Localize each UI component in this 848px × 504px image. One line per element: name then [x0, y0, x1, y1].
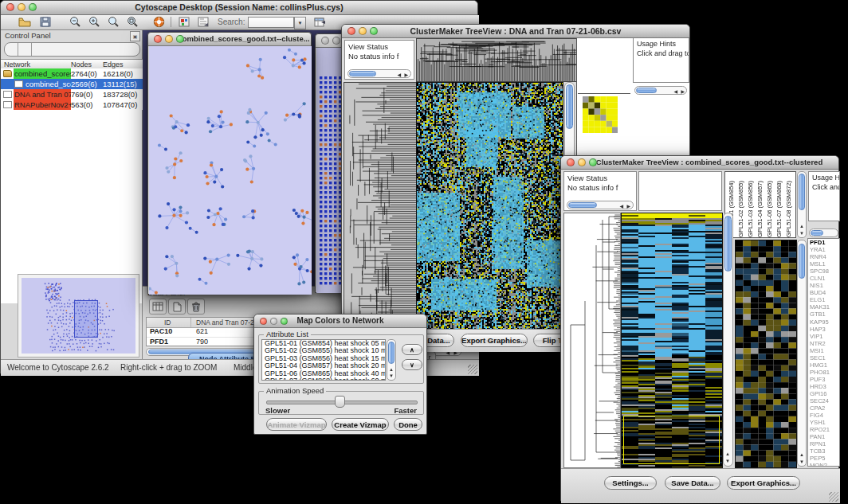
close-button[interactable] [6, 3, 14, 11]
col-network[interactable]: Network [4, 61, 30, 68]
attribute-list-item[interactable]: GPL51-07 (GSM868) heat shock 60 min [262, 377, 385, 381]
tv2-usage-hscrollbar[interactable] [809, 229, 838, 237]
tv2-column-label[interactable]: GPL51-03 (GSM856) [746, 181, 755, 237]
tv1-global-heatmap[interactable] [416, 82, 563, 331]
gene-label[interactable]: FIG4 [808, 412, 839, 419]
gene-label[interactable]: RPN1 [808, 440, 839, 447]
gene-label[interactable]: HAP3 [808, 326, 839, 333]
delete-attribute-icon-button[interactable] [187, 299, 205, 315]
attribute-browser-icon-button[interactable] [312, 15, 328, 29]
col-edges[interactable]: Edges [103, 61, 124, 68]
tv2-save-data-button[interactable]: Save Data... [665, 476, 720, 490]
gene-label[interactable]: RNR4 [808, 253, 839, 260]
gene-label[interactable]: SPC98 [808, 268, 839, 275]
gene-label[interactable]: YSH1 [808, 419, 839, 426]
control-panel-tab[interactable] [18, 43, 32, 56]
close-button[interactable] [321, 37, 329, 45]
float-panel-icon[interactable]: ▣ [130, 31, 140, 41]
tv1-row-dendrogram[interactable] [344, 82, 417, 331]
tv1-status-hscrollbar[interactable]: ◀ ▶ [347, 69, 411, 78]
gene-label[interactable]: HMG1 [808, 361, 839, 369]
vizmap-icon-button[interactable] [176, 15, 192, 29]
close-button[interactable] [347, 27, 355, 35]
help-icon[interactable] [151, 15, 167, 29]
id-column-header[interactable]: ID [164, 318, 171, 326]
network-table-row[interactable]: RNAPuberNov2+| 563(0) 107847(0) [1, 100, 143, 110]
gene-label[interactable]: ELG1 [808, 296, 839, 303]
zoom-fit-button[interactable] [124, 15, 140, 29]
gene-label[interactable]: RPO21 [808, 426, 839, 433]
attribute-list-vscrollbar[interactable]: ▲ ▼ [387, 339, 396, 381]
gene-label[interactable]: MSL1 [808, 260, 839, 268]
minimize-button[interactable] [359, 27, 367, 35]
tv2-export-graphics-button[interactable]: Export Graphics... [727, 476, 800, 490]
network-table-row[interactable]: combined_sco 2569(6) 13112(15) [1, 79, 143, 89]
tv1-column-dendrogram[interactable] [416, 38, 577, 82]
tv2-zoom-heatmap[interactable] [735, 240, 797, 468]
gene-label[interactable]: TCB3 [808, 447, 839, 455]
gene-label[interactable]: CPA2 [808, 404, 839, 412]
control-panel-tab[interactable] [32, 43, 45, 56]
tv2-column-label[interactable]: GPL51-08 (GSM872) [784, 181, 793, 237]
zoom-selected-button[interactable] [105, 15, 121, 29]
zoom-button[interactable] [29, 3, 37, 11]
search-input[interactable] [248, 17, 294, 28]
minimize-button[interactable] [578, 158, 586, 166]
tv2-resize-grip[interactable] [829, 492, 838, 502]
gene-label[interactable]: SEC24 [808, 397, 839, 404]
annotation-icon-button[interactable] [195, 15, 211, 29]
gene-label[interactable]: KAP95 [808, 318, 839, 326]
gene-label[interactable]: GPI16 [808, 390, 839, 397]
tv2-genes-vscrollbar[interactable]: ▲ ▼ [797, 240, 807, 467]
zoom-button[interactable] [589, 158, 597, 166]
zoom-button[interactable] [370, 27, 378, 35]
close-button[interactable] [260, 318, 267, 325]
tv2-settings-button[interactable]: Settings... [604, 476, 657, 490]
attribute-select-icon-button[interactable] [149, 299, 167, 315]
gene-label[interactable]: NIS1 [808, 282, 839, 289]
gene-label[interactable]: PHO81 [808, 369, 839, 376]
tv2-status-hscrollbar[interactable]: ◀ ▶ [567, 201, 634, 209]
zoom-button[interactable] [281, 318, 288, 325]
zoom-out-button[interactable] [67, 15, 83, 29]
move-attribute-down-button[interactable]: ∨ [402, 359, 422, 370]
open-session-button[interactable] [17, 15, 33, 29]
tv1-zoom-heatmap[interactable] [583, 96, 618, 133]
gene-label[interactable]: GTB1 [808, 311, 839, 318]
gene-label[interactable]: PEP5 [808, 455, 839, 462]
col-nodes[interactable]: Nodes [71, 61, 92, 68]
tv2-row-dendrogram[interactable] [563, 213, 621, 468]
animate-vizmap-button[interactable]: Animate Vizmap [266, 418, 327, 431]
minimize-button[interactable] [18, 3, 26, 11]
tv1-usage-hscrollbar[interactable]: ◀ ▶ [634, 86, 687, 95]
gene-label[interactable]: MSI1 [808, 347, 839, 354]
zoom-in-button[interactable] [86, 15, 102, 29]
search-dropdown-button[interactable]: ▼ [294, 17, 306, 29]
save-session-button[interactable] [37, 15, 53, 29]
create-vizmap-button[interactable]: Create Vizmap [332, 418, 389, 431]
minimize-button[interactable] [165, 35, 173, 43]
gene-label[interactable]: SEC1 [808, 354, 839, 361]
control-panel-tab[interactable] [5, 43, 18, 56]
minimize-button[interactable] [270, 318, 277, 325]
tv2-labels-vscrollbar[interactable]: ▲ ▼ [797, 171, 807, 238]
gene-label[interactable]: PAN1 [808, 433, 839, 440]
done-button[interactable]: Done [394, 418, 422, 431]
overview-viewport-rect[interactable] [74, 300, 98, 338]
zoom-button[interactable] [176, 35, 184, 43]
treeview1-titlebar[interactable]: ClusterMaker TreeView : DNA and Tran 07-… [342, 25, 689, 38]
close-button[interactable] [567, 158, 575, 166]
gene-label[interactable]: CLN1 [808, 275, 839, 282]
gene-label[interactable]: BUD4 [808, 289, 839, 296]
tv1-export-graphics-button[interactable]: Export Graphics... [461, 334, 528, 347]
gene-label[interactable]: PFD1 [808, 239, 839, 246]
tv2-column-label[interactable]: GPL51-02 (GSM855) [736, 181, 745, 237]
main-titlebar[interactable]: Cytoscape Desktop (Session Name: collins… [1, 1, 477, 15]
gene-label[interactable]: HRD3 [808, 383, 839, 390]
gene-label[interactable]: MAK31 [808, 303, 839, 311]
move-attribute-up-button[interactable]: ∧ [402, 344, 422, 355]
treeview2-titlebar[interactable]: ClusterMaker TreeView : combined_scores_… [561, 156, 838, 170]
gene-label[interactable]: YRA1 [808, 246, 839, 253]
network1-titlebar[interactable]: combined_scores_good.txt--cluste... [148, 33, 311, 46]
close-button[interactable] [154, 35, 162, 43]
